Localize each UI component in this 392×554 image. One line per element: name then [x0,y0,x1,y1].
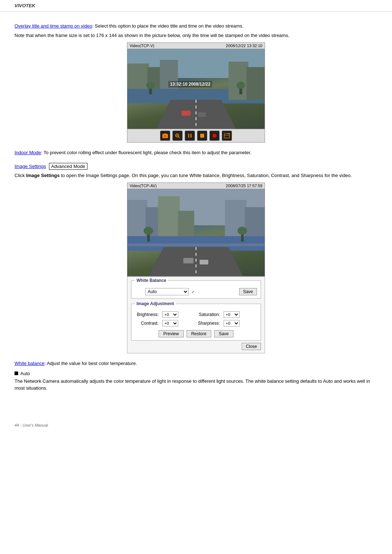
restore-button[interactable]: Restore [187,330,211,337]
image-adjustment-title: Image Adjustment [135,301,176,306]
video1-title-left: Video(TCP-V) [130,44,154,48]
indoor-mode-text: : To prevent color rolling effect under … [41,150,252,155]
image-settings-section: Image Settings Advanced Mode Click Image… [15,163,377,354]
image-settings-link[interactable]: Image Settings [15,164,46,169]
indoor-paragraph: Indoor Mode: To prevent color rolling ef… [15,149,377,156]
close-button[interactable]: Close [242,343,261,350]
bullet-icon [15,372,18,375]
image-settings-panel: White Balance Auto ✓ Save [127,276,265,353]
brightness-row: Brightness: +0 Saturation: +0 [135,311,257,318]
footer-text: 44 - User's Manual [15,423,48,427]
wb-save-button[interactable]: Save [239,288,257,295]
ctrl-stop-btn[interactable] [197,131,207,141]
svg-rect-24 [200,134,204,138]
video2-box: Video(TCP-AV) 2008/07/25 17:57:59 [127,182,265,276]
image-adjustment-section: Image Adjustment Brightness: +0 Saturati… [131,304,261,341]
ctrl-pause-btn[interactable] [185,131,195,141]
svg-point-10 [146,82,155,89]
ctrl-snapshot-btn[interactable] [222,131,232,141]
svg-rect-26 [224,134,229,138]
video1-controls [127,129,265,142]
desc-text: to open the Image Settings page. On this… [60,173,352,178]
ctrl-zoom-btn[interactable] [172,131,183,141]
svg-rect-28 [224,134,229,138]
overlay-title-link[interactable]: Overlay title and time stamp on video [15,23,92,29]
svg-point-43 [237,227,247,235]
svg-rect-13 [181,111,191,116]
svg-rect-7 [229,62,249,100]
video2-title-left: Video(TCP-AV) [130,184,157,188]
svg-rect-45 [200,260,208,264]
video2-and-panel: Video(TCP-AV) 2008/07/25 17:57:59 [15,182,377,353]
contrast-label: Contrast: [135,321,159,326]
video2-title-bar: Video(TCP-AV) 2008/07/25 17:57:59 [127,183,265,189]
svg-rect-22 [188,134,189,138]
white-balance-select[interactable]: Auto [145,288,189,295]
page-footer: 44 - User's Manual [0,420,392,430]
brightness-select[interactable]: +0 [162,311,178,318]
video1-scene: 13:32:10 2008/12/22 [127,49,265,129]
adj-save-button[interactable]: Save [214,330,233,337]
wb-link[interactable]: White balance [15,361,44,366]
auto-label: Auto [20,371,30,376]
ctrl-record-btn[interactable] [209,131,220,141]
desc-prefix: Click [15,173,26,178]
wb-desc-text: : Adjust the value for best color temper… [44,361,137,366]
ctrl-camera-btn[interactable] [160,131,170,141]
svg-rect-14 [198,112,206,117]
white-balance-title: White Balance [135,278,168,283]
auto-section: Auto The Network Camera automatically ad… [15,371,377,392]
white-balance-section: White Balance Auto ✓ Save [131,280,261,299]
svg-rect-3 [160,60,178,93]
sharpness-select[interactable]: +0 [224,320,240,327]
video1-timestamp: 13:32:10 2008/12/22 [168,81,212,87]
saturation-label: Saturation: [196,312,220,317]
preview-button[interactable]: Preview [159,330,184,337]
sharpness-label: Sharpness: [196,321,220,326]
white-balance-row: Auto ✓ Save [135,284,257,295]
video1-title-right: 2008/12/22 13:32:10 [226,44,262,48]
wb-desc-paragraph: White balance: Adjust the value for best… [15,360,377,367]
overlay-note: Note that when the frame size is set to … [15,32,377,39]
brightness-label: Brightness: [135,312,159,317]
svg-line-19 [179,137,180,138]
svg-rect-17 [164,134,166,135]
svg-rect-8 [246,67,265,100]
indoor-mode-link[interactable]: Indoor Mode [15,150,41,155]
page-header: VIVOTEK [0,0,392,12]
svg-rect-27 [228,133,230,134]
main-content: Overlay title and time stamp on video: S… [0,19,392,413]
contrast-select[interactable]: +0 [162,320,178,327]
svg-rect-46 [127,243,265,246]
video2-title-right: 2008/07/25 17:57:59 [226,184,262,188]
auto-bullet-row: Auto [15,371,377,376]
video2-panel-wrapper: Video(TCP-AV) 2008/07/25 17:57:59 [127,182,265,353]
svg-point-25 [213,134,217,138]
settings-label-row: Image Settings Advanced Mode [15,163,377,170]
video1-title-bar: Video(TCP-V) 2008/12/22 13:32:10 [127,43,265,49]
adj-button-row: Preview Restore Save [135,330,257,337]
overlay-title-text: : Select this option to place the video … [92,23,244,29]
svg-point-41 [144,227,153,235]
contrast-row: Contrast: +0 Sharpness: +0 [135,320,257,327]
video2-content [127,189,265,276]
overlay-paragraph: Overlay title and time stamp on video: S… [15,22,377,30]
video1-content: 13:32:10 2008/12/22 [127,49,265,129]
svg-point-16 [164,135,166,137]
wb-select-arrow: ✓ [192,290,195,294]
saturation-select[interactable]: +0 [224,311,240,318]
image-settings-desc: Click Image Settings to open the Image S… [15,172,377,179]
brand-logo: VIVOTEK [15,3,35,8]
video1-container: Video(TCP-V) 2008/12/22 13:32:10 [15,42,377,143]
wb-desc-section: White balance: Adjust the value for best… [15,360,377,392]
overlay-section: Overlay title and time stamp on video: S… [15,22,377,143]
svg-rect-1 [127,63,149,93]
desc-bold: Image Settings [26,173,60,178]
auto-description: The Network Camera automatically adjusts… [15,378,377,392]
svg-rect-23 [191,134,192,138]
indoor-section: Indoor Mode: To prevent color rolling ef… [15,149,377,156]
svg-rect-44 [183,258,193,263]
svg-point-12 [236,82,245,89]
video1-box: Video(TCP-V) 2008/12/22 13:32:10 [127,42,265,143]
advanced-mode-badge: Advanced Mode [49,163,87,170]
